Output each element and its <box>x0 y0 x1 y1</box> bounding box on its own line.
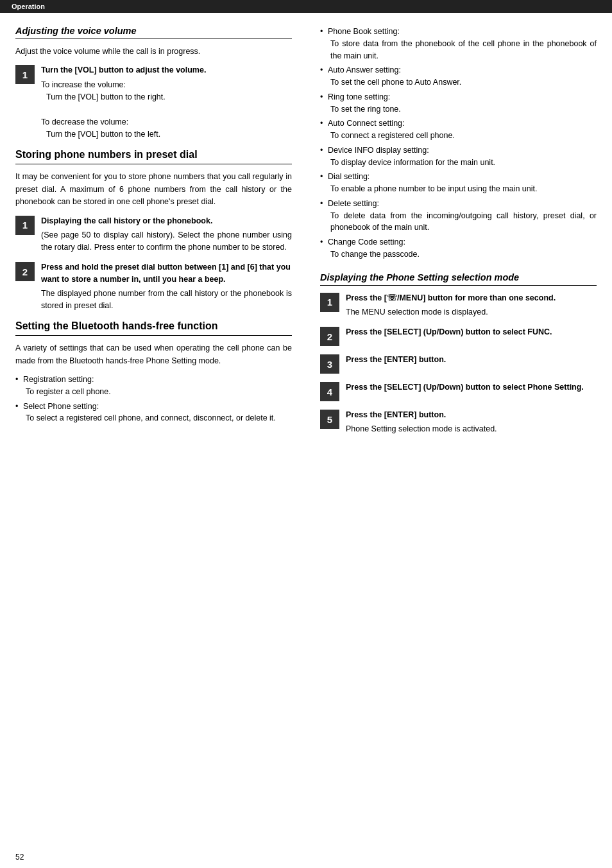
section2-intro: It may be convenient for you to store ph… <box>15 171 292 208</box>
step-ps-3: 3 Press the [ENTER] button. <box>320 354 597 374</box>
step-ps-2-number: 2 <box>320 327 339 346</box>
bullet-registration-desc: To register a cell phone. <box>23 386 292 398</box>
step-ps-1-title: Press the [☏/MENU] button for more than … <box>346 292 597 304</box>
step-store-2-number: 2 <box>15 262 35 281</box>
bullet-device-info: Device INFO display setting: To display … <box>320 144 597 169</box>
bullet-registration: Registration setting: To register a cell… <box>15 374 292 398</box>
step-store-2-title: Press and hold the preset dial button be… <box>41 261 292 284</box>
bullet-auto-answer: Auto Answer setting: To set the cell pho… <box>320 64 597 89</box>
step-ps-2: 2 Press the [SELECT] (Up/Down) button to… <box>320 326 597 346</box>
step-ps-4-content: Press the [SELECT] (Up/Down) button to s… <box>346 381 597 395</box>
bullet-dial-setting-title: Dial setting: <box>328 172 370 181</box>
step-ps-4-title: Press the [SELECT] (Up/Down) button to s… <box>346 381 597 393</box>
section2-divider <box>15 164 292 164</box>
bullet-select-phone-title: Select Phone setting: <box>23 402 99 411</box>
bullet-auto-answer-title: Auto Answer setting: <box>328 65 401 74</box>
bullet-dial-setting: Dial setting: To enable a phone number t… <box>320 171 597 195</box>
bullet-auto-connect-desc: To connect a registered cell phone. <box>328 130 597 142</box>
bullet-auto-connect: Auto Connect setting: To connect a regis… <box>320 117 597 142</box>
right-bullets: Phone Book setting: To store data from t… <box>320 26 597 261</box>
step-ps-5-content: Press the [ENTER] button. Phone Setting … <box>346 409 597 436</box>
step-ps-3-title: Press the [ENTER] button. <box>346 354 597 365</box>
section-adjusting-volume: Adjusting the voice volume Adjust the vo… <box>15 26 292 141</box>
step-vol-1-content: Turn the [VOL] button to adjust the volu… <box>41 64 292 141</box>
bullet-ring-tone: Ring tone setting: To set the ring tone. <box>320 91 597 116</box>
step-vol-1-title: Turn the [VOL] button to adjust the volu… <box>41 64 292 76</box>
section-phone-setting: Displaying the Phone Setting selection m… <box>320 272 597 436</box>
section2-title: Storing phone numbers in preset dial <box>15 148 292 161</box>
step-ps-3-number: 3 <box>320 354 339 374</box>
bullet-change-code: Change Code setting: To change the passc… <box>320 236 597 261</box>
content-area: Adjusting the voice volume Adjust the vo… <box>0 13 612 849</box>
step-ps-5-number: 5 <box>320 410 339 429</box>
step-ps-3-content: Press the [ENTER] button. <box>346 354 597 368</box>
section-storing-numbers: Storing phone numbers in preset dial It … <box>15 148 292 312</box>
step-store-1-title: Displaying the call history or the phone… <box>41 215 292 227</box>
step-ps-5-body: Phone Setting selection mode is activate… <box>346 423 597 435</box>
bullet-device-info-desc: To display device information for the ma… <box>328 157 597 169</box>
section1-intro: Adjust the voice volume while the call i… <box>15 46 292 58</box>
bullet-delete-setting: Delete setting: To delete data from the … <box>320 198 597 234</box>
step-ps-2-title: Press the [SELECT] (Up/Down) button to s… <box>346 326 597 338</box>
bullet-auto-answer-desc: To set the cell phone to Auto Answer. <box>328 76 597 89</box>
section1-title: Adjusting the voice volume <box>15 26 292 36</box>
bullet-dial-setting-desc: To enable a phone number to be input usi… <box>328 183 597 195</box>
section3-bullets: Registration setting: To register a cell… <box>15 374 292 424</box>
section4-title: Displaying the Phone Setting selection m… <box>320 272 597 282</box>
step-ps-4: 4 Press the [SELECT] (Up/Down) button to… <box>320 381 597 401</box>
bullet-change-code-title: Change Code setting: <box>328 238 405 247</box>
step-ps-4-number: 4 <box>320 382 339 401</box>
page-number: 52 <box>0 849 612 868</box>
step-store-2-body: The displayed phone number from the call… <box>41 288 292 313</box>
step-store-1-body: (See page 50 to display call history). S… <box>41 229 292 254</box>
step-store-1: 1 Displaying the call history or the pho… <box>15 215 292 254</box>
step-ps-1: 1 Press the [☏/MENU] button for more tha… <box>320 292 597 319</box>
step-ps-5: 5 Press the [ENTER] button. Phone Settin… <box>320 409 597 436</box>
step-ps-1-body: The MENU selection mode is displayed. <box>346 306 597 318</box>
step-vol-1: 1 Turn the [VOL] button to adjust the vo… <box>15 64 292 141</box>
step-store-2-content: Press and hold the preset dial button be… <box>41 261 292 312</box>
bullet-device-info-title: Device INFO display setting: <box>328 146 429 155</box>
page: Operation Adjusting the voice volume Adj… <box>0 0 612 868</box>
bullet-select-phone: Select Phone setting: To select a regist… <box>15 401 292 425</box>
bullet-ring-tone-title: Ring tone setting: <box>328 92 390 101</box>
bullet-select-phone-desc: To select a registered cell phone, and c… <box>23 412 292 424</box>
section4-divider <box>320 285 597 286</box>
section3-divider <box>15 335 292 336</box>
step-ps-2-content: Press the [SELECT] (Up/Down) button to s… <box>346 326 597 340</box>
bullet-delete-setting-desc: To delete data from the incoming/outgoin… <box>328 210 597 234</box>
bullet-ring-tone-desc: To set the ring tone. <box>328 103 597 116</box>
step-ps-1-content: Press the [☏/MENU] button for more than … <box>346 292 597 319</box>
step-store-1-content: Displaying the call history or the phone… <box>41 215 292 254</box>
header-label: Operation <box>12 3 45 10</box>
step-ps-5-title: Press the [ENTER] button. <box>346 409 597 421</box>
bullet-registration-title: Registration setting: <box>23 375 94 384</box>
header-bar: Operation <box>0 0 612 13</box>
step-vol-1-body: To increase the volume: Turn the [VOL] b… <box>41 79 292 141</box>
bullet-phonebook-title: Phone Book setting: <box>328 27 400 36</box>
bullet-phonebook-desc: To store data from the phonebook of the … <box>328 38 597 62</box>
step-ps-1-number: 1 <box>320 293 339 312</box>
section3-intro: A variety of settings that can be used w… <box>15 342 292 367</box>
step-vol-1-number: 1 <box>15 65 35 84</box>
bullet-phonebook: Phone Book setting: To store data from t… <box>320 26 597 62</box>
section3-title: Setting the Bluetooth hands-free functio… <box>15 320 292 333</box>
right-column: Phone Book setting: To store data from t… <box>314 26 597 836</box>
step-store-2: 2 Press and hold the preset dial button … <box>15 261 292 312</box>
bullet-auto-connect-title: Auto Connect setting: <box>328 119 405 128</box>
left-column: Adjusting the voice volume Adjust the vo… <box>15 26 298 836</box>
section1-divider <box>15 39 292 39</box>
section-bluetooth: Setting the Bluetooth hands-free functio… <box>15 320 292 424</box>
step-store-1-number: 1 <box>15 216 35 235</box>
bullet-change-code-desc: To change the passcode. <box>328 248 597 261</box>
bullet-delete-setting-title: Delete setting: <box>328 199 379 208</box>
